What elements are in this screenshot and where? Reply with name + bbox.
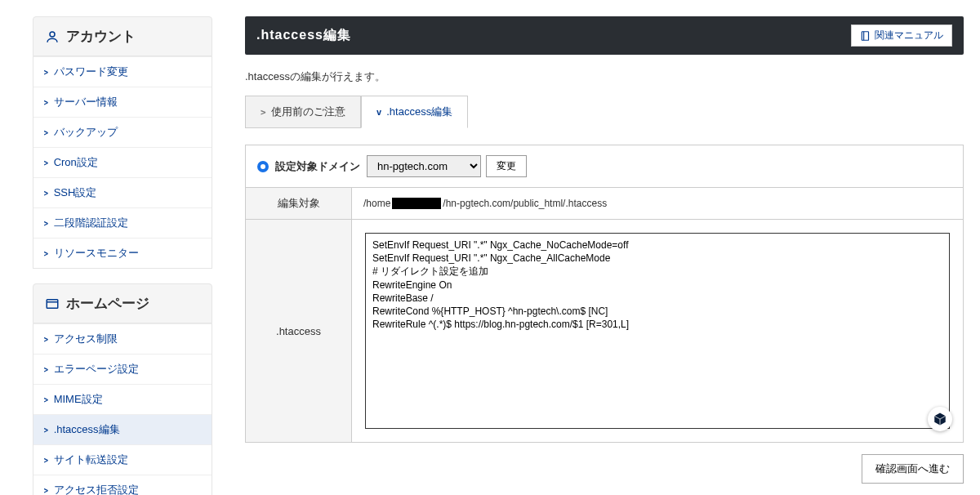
tabs: >使用前のご注意v.htaccess編集 <box>245 96 964 128</box>
editor-row: .htaccess <box>246 219 963 442</box>
sidebar-item-serverinfo[interactable]: サーバー情報 <box>33 87 212 117</box>
sidebar-item-label: パスワード変更 <box>54 65 128 79</box>
sidebar-item-backup[interactable]: バックアップ <box>33 117 212 147</box>
sidebar-item-mime[interactable]: MIME設定 <box>33 384 212 414</box>
user-icon <box>45 29 60 44</box>
sidebar-section-header: アカウント <box>33 16 212 56</box>
sidebar-item-label: Cron設定 <box>54 155 98 170</box>
sidebar-item-label: リソースモニター <box>54 246 139 261</box>
sidebar-list: パスワード変更サーバー情報バックアップCron設定SSH設定二段階認証設定リソー… <box>33 56 212 269</box>
tab-edit[interactable]: v.htaccess編集 <box>361 96 469 128</box>
redacted-segment <box>392 198 441 209</box>
domain-row: 設定対象ドメイン hn-pgtech.com 変更 <box>246 145 963 187</box>
path-suffix: /hn-pgtech.com/public_html/.htaccess <box>443 198 607 209</box>
sidebar-section-header: ホームページ <box>33 283 212 323</box>
tab-label: 使用前のご注意 <box>271 105 345 119</box>
submit-button[interactable]: 確認画面へ進む <box>862 454 964 484</box>
sidebar-item-deny[interactable]: アクセス拒否設定 <box>33 475 212 495</box>
sidebar-item-label: エラーページ設定 <box>54 362 139 377</box>
tab-notice[interactable]: >使用前のご注意 <box>245 96 361 128</box>
domain-radio[interactable] <box>257 161 269 172</box>
sidebar-item-forward[interactable]: サイト転送設定 <box>33 444 212 475</box>
sidebar-item-label: アクセス拒否設定 <box>54 483 139 495</box>
editor-row-label: .htaccess <box>246 220 352 442</box>
svg-point-0 <box>50 32 55 37</box>
sidebar-item-2fa[interactable]: 二段階認証設定 <box>33 207 212 238</box>
page-title: .htaccess編集 <box>256 27 351 44</box>
sidebar-item-access[interactable]: アクセス制限 <box>33 323 212 354</box>
sidebar-item-ssh[interactable]: SSH設定 <box>33 177 212 207</box>
sidebar-item-label: バックアップ <box>54 125 118 140</box>
manual-button-label: 関連マニュアル <box>875 29 943 42</box>
chevron-icon: > <box>261 107 266 118</box>
window-icon <box>45 297 60 311</box>
submit-row: 確認画面へ進む <box>245 454 964 484</box>
manual-button[interactable]: 関連マニュアル <box>851 25 952 47</box>
chevron-icon: v <box>376 107 382 118</box>
sidebar-section-title: ホームページ <box>66 294 149 313</box>
change-button[interactable]: 変更 <box>486 155 527 177</box>
svg-rect-1 <box>47 299 58 308</box>
sidebar-item-label: .htaccess編集 <box>54 422 120 437</box>
path-prefix: /home <box>363 198 390 209</box>
sidebar-item-label: 二段階認証設定 <box>54 216 128 230</box>
book-icon <box>860 30 871 42</box>
sidebar-item-resource[interactable]: リソースモニター <box>33 238 212 268</box>
tab-label: .htaccess編集 <box>386 105 452 119</box>
sidebar-section-title: アカウント <box>66 27 136 46</box>
svg-rect-3 <box>862 31 868 40</box>
sidebar-item-label: SSH設定 <box>54 185 97 200</box>
domain-select[interactable]: hn-pgtech.com <box>367 155 481 177</box>
page-header: .htaccess編集 関連マニュアル <box>245 16 964 55</box>
sidebar-item-error[interactable]: エラーページ設定 <box>33 354 212 384</box>
sidebar: アカウントパスワード変更サーバー情報バックアップCron設定SSH設定二段階認証… <box>0 16 220 495</box>
target-path: /home /hn-pgtech.com/public_html/.htacce… <box>363 198 607 209</box>
cube-icon <box>933 412 947 426</box>
htaccess-editor[interactable] <box>365 233 950 429</box>
sidebar-item-htaccess[interactable]: .htaccess編集 <box>33 414 212 444</box>
sidebar-item-label: サーバー情報 <box>54 95 118 109</box>
page-description: .htaccessの編集が行えます。 <box>245 69 964 84</box>
sidebar-item-cron[interactable]: Cron設定 <box>33 147 212 177</box>
floating-badge[interactable] <box>928 407 952 431</box>
settings-panel: 設定対象ドメイン hn-pgtech.com 変更 編集対象 /home /hn… <box>245 145 964 443</box>
sidebar-item-label: アクセス制限 <box>54 332 118 346</box>
target-row-label: 編集対象 <box>246 188 352 219</box>
main-content: .htaccess編集 関連マニュアル .htaccessの編集が行えます。 >… <box>220 16 980 495</box>
target-row: 編集対象 /home /hn-pgtech.com/public_html/.h… <box>246 187 963 219</box>
sidebar-item-label: MIME設定 <box>54 392 103 407</box>
domain-row-label: 設定対象ドメイン <box>275 159 360 174</box>
sidebar-item-password[interactable]: パスワード変更 <box>33 56 212 87</box>
sidebar-item-label: サイト転送設定 <box>54 453 128 467</box>
sidebar-list: アクセス制限エラーページ設定MIME設定.htaccess編集サイト転送設定アク… <box>33 323 212 495</box>
